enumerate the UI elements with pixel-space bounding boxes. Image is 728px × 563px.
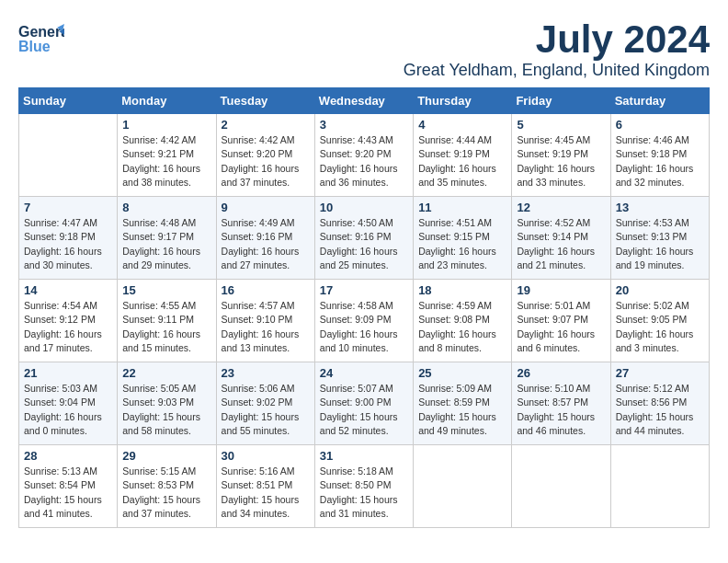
day-info: Sunrise: 4:52 AMSunset: 9:14 PMDaylight:… [517, 216, 605, 272]
calendar-cell: 23Sunrise: 5:06 AMSunset: 9:02 PMDayligh… [216, 362, 314, 445]
calendar-cell: 12Sunrise: 4:52 AMSunset: 9:14 PMDayligh… [512, 197, 610, 280]
week-row-4: 21Sunrise: 5:03 AMSunset: 9:04 PMDayligh… [19, 362, 710, 445]
day-header-thursday: Thursday [414, 88, 512, 114]
day-info: Sunrise: 5:05 AMSunset: 9:03 PMDaylight:… [122, 382, 210, 438]
day-header-monday: Monday [118, 88, 216, 114]
day-info: Sunrise: 4:57 AMSunset: 9:10 PMDaylight:… [222, 299, 310, 355]
calendar-cell: 3Sunrise: 4:43 AMSunset: 9:20 PMDaylight… [314, 114, 413, 197]
calendar-cell: 4Sunrise: 4:44 AMSunset: 9:19 PMDaylight… [414, 114, 512, 197]
calendar-cell: 27Sunrise: 5:12 AMSunset: 8:56 PMDayligh… [610, 362, 709, 445]
calendar-cell: 15Sunrise: 4:55 AMSunset: 9:11 PMDayligh… [118, 280, 216, 362]
day-info: Sunrise: 5:16 AMSunset: 8:51 PMDaylight:… [222, 465, 310, 521]
day-number: 10 [320, 201, 408, 214]
calendar-cell: 7Sunrise: 4:47 AMSunset: 9:18 PMDaylight… [19, 197, 118, 280]
calendar-cell: 26Sunrise: 5:10 AMSunset: 8:57 PMDayligh… [512, 362, 610, 445]
day-info: Sunrise: 5:07 AMSunset: 9:00 PMDaylight:… [320, 382, 408, 438]
day-number: 14 [24, 283, 112, 297]
calendar-cell [610, 445, 709, 528]
day-number: 2 [222, 118, 310, 132]
day-number: 9 [222, 201, 310, 214]
day-number: 12 [517, 201, 605, 214]
calendar-cell: 30Sunrise: 5:16 AMSunset: 8:51 PMDayligh… [216, 445, 314, 528]
calendar-cell: 8Sunrise: 4:48 AMSunset: 9:17 PMDaylight… [118, 197, 216, 280]
day-number: 26 [517, 366, 605, 380]
day-number: 4 [418, 118, 506, 132]
day-info: Sunrise: 4:47 AMSunset: 9:18 PMDaylight:… [24, 216, 112, 272]
calendar-cell: 24Sunrise: 5:07 AMSunset: 9:00 PMDayligh… [314, 362, 413, 445]
day-info: Sunrise: 4:43 AMSunset: 9:20 PMDaylight:… [320, 133, 408, 190]
logo: General Blue [18, 18, 64, 63]
day-info: Sunrise: 4:42 AMSunset: 9:21 PMDaylight:… [122, 133, 210, 190]
calendar-cell: 21Sunrise: 5:03 AMSunset: 9:04 PMDayligh… [19, 362, 118, 445]
day-number: 21 [24, 366, 112, 380]
day-number: 7 [24, 201, 112, 214]
day-header-friday: Friday [512, 88, 610, 114]
day-header-tuesday: Tuesday [216, 88, 314, 114]
day-info: Sunrise: 4:59 AMSunset: 9:08 PMDaylight:… [418, 299, 506, 355]
day-info: Sunrise: 4:49 AMSunset: 9:16 PMDaylight:… [222, 216, 310, 272]
calendar-cell: 9Sunrise: 4:49 AMSunset: 9:16 PMDaylight… [216, 197, 314, 280]
calendar-cell: 31Sunrise: 5:18 AMSunset: 8:50 PMDayligh… [314, 445, 413, 528]
day-number: 3 [320, 118, 408, 132]
day-info: Sunrise: 4:54 AMSunset: 9:12 PMDaylight:… [24, 299, 112, 355]
day-number: 28 [24, 449, 112, 463]
day-info: Sunrise: 5:09 AMSunset: 8:59 PMDaylight:… [418, 382, 506, 438]
day-info: Sunrise: 4:55 AMSunset: 9:11 PMDaylight:… [122, 299, 210, 355]
days-of-week-row: SundayMondayTuesdayWednesdayThursdayFrid… [19, 88, 710, 114]
day-info: Sunrise: 4:46 AMSunset: 9:18 PMDaylight:… [616, 133, 704, 190]
calendar-cell: 19Sunrise: 5:01 AMSunset: 9:07 PMDayligh… [512, 280, 610, 362]
calendar-cell: 22Sunrise: 5:05 AMSunset: 9:03 PMDayligh… [118, 362, 216, 445]
day-number: 15 [122, 283, 210, 297]
day-header-saturday: Saturday [610, 88, 709, 114]
svg-text:General: General [18, 24, 64, 40]
calendar-table: SundayMondayTuesdayWednesdayThursdayFrid… [18, 87, 710, 528]
calendar-cell: 18Sunrise: 4:59 AMSunset: 9:08 PMDayligh… [414, 280, 512, 362]
calendar-cell: 2Sunrise: 4:42 AMSunset: 9:20 PMDaylight… [216, 114, 314, 197]
day-header-wednesday: Wednesday [314, 88, 413, 114]
calendar-cell: 6Sunrise: 4:46 AMSunset: 9:18 PMDaylight… [610, 114, 709, 197]
day-info: Sunrise: 5:18 AMSunset: 8:50 PMDaylight:… [320, 465, 408, 521]
day-number: 17 [320, 283, 408, 297]
day-number: 31 [320, 449, 408, 463]
day-number: 11 [418, 201, 506, 214]
svg-text:Blue: Blue [18, 39, 51, 54]
day-number: 29 [122, 449, 210, 463]
calendar-cell: 13Sunrise: 4:53 AMSunset: 9:13 PMDayligh… [610, 197, 709, 280]
day-number: 20 [616, 283, 704, 297]
day-number: 25 [418, 366, 506, 380]
calendar-cell: 1Sunrise: 4:42 AMSunset: 9:21 PMDaylight… [118, 114, 216, 197]
day-info: Sunrise: 4:58 AMSunset: 9:09 PMDaylight:… [320, 299, 408, 355]
location-title: Great Yeldham, England, United Kingdom [404, 61, 710, 80]
calendar-cell: 14Sunrise: 4:54 AMSunset: 9:12 PMDayligh… [19, 280, 118, 362]
day-info: Sunrise: 4:45 AMSunset: 9:19 PMDaylight:… [517, 133, 605, 190]
day-info: Sunrise: 4:44 AMSunset: 9:19 PMDaylight:… [418, 133, 506, 190]
day-number: 18 [418, 283, 506, 297]
calendar-cell: 17Sunrise: 4:58 AMSunset: 9:09 PMDayligh… [314, 280, 413, 362]
month-title: July 2024 [404, 18, 710, 61]
calendar-cell: 20Sunrise: 5:02 AMSunset: 9:05 PMDayligh… [610, 280, 709, 362]
day-info: Sunrise: 5:10 AMSunset: 8:57 PMDaylight:… [517, 382, 605, 438]
day-info: Sunrise: 5:13 AMSunset: 8:54 PMDaylight:… [24, 465, 112, 521]
calendar-header: SundayMondayTuesdayWednesdayThursdayFrid… [19, 88, 710, 114]
day-number: 23 [222, 366, 310, 380]
logo-icon: General Blue [18, 18, 64, 60]
header: General Blue July 2024 Great Yeldham, En… [18, 18, 710, 80]
day-number: 16 [222, 283, 310, 297]
day-number: 22 [122, 366, 210, 380]
day-info: Sunrise: 4:53 AMSunset: 9:13 PMDaylight:… [616, 216, 704, 272]
day-header-sunday: Sunday [19, 88, 118, 114]
calendar-body: 1Sunrise: 4:42 AMSunset: 9:21 PMDaylight… [19, 114, 710, 528]
day-number: 27 [616, 366, 704, 380]
week-row-2: 7Sunrise: 4:47 AMSunset: 9:18 PMDaylight… [19, 197, 710, 280]
day-info: Sunrise: 5:06 AMSunset: 9:02 PMDaylight:… [222, 382, 310, 438]
calendar-cell [19, 114, 118, 197]
calendar-cell: 29Sunrise: 5:15 AMSunset: 8:53 PMDayligh… [118, 445, 216, 528]
day-number: 30 [222, 449, 310, 463]
day-info: Sunrise: 5:03 AMSunset: 9:04 PMDaylight:… [24, 382, 112, 438]
day-info: Sunrise: 5:01 AMSunset: 9:07 PMDaylight:… [517, 299, 605, 355]
calendar-cell: 28Sunrise: 5:13 AMSunset: 8:54 PMDayligh… [19, 445, 118, 528]
day-info: Sunrise: 4:50 AMSunset: 9:16 PMDaylight:… [320, 216, 408, 272]
calendar-cell: 5Sunrise: 4:45 AMSunset: 9:19 PMDaylight… [512, 114, 610, 197]
calendar-cell: 10Sunrise: 4:50 AMSunset: 9:16 PMDayligh… [314, 197, 413, 280]
day-number: 5 [517, 118, 605, 132]
